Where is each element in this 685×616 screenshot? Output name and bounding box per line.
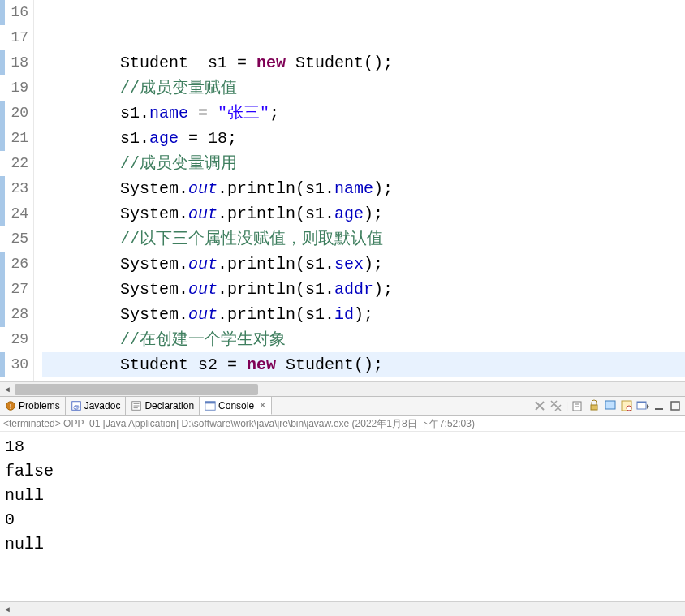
scrollbar-thumb[interactable] xyxy=(15,384,258,395)
line-number: 26 xyxy=(0,252,33,277)
svg-marker-25 xyxy=(647,404,649,409)
code-line[interactable]: System.out.println(s1.addr); xyxy=(42,277,685,302)
console-icon xyxy=(205,400,216,411)
line-number: 21 xyxy=(0,126,33,151)
code-line[interactable]: Student s2 = new Student(); xyxy=(42,352,685,377)
code-line[interactable] xyxy=(42,25,685,50)
tab-problems-label: Problems xyxy=(19,400,60,411)
tab-javadoc[interactable]: @ Javadoc xyxy=(66,397,127,415)
line-number: 16 xyxy=(0,0,33,25)
scroll-lock-icon[interactable] xyxy=(588,399,601,412)
svg-rect-9 xyxy=(205,401,215,403)
maximize-icon[interactable] xyxy=(669,399,682,412)
code-line[interactable]: Student s1 = new Student(); xyxy=(42,50,685,75)
console-status: <terminated> OPP_01 [Java Application] D… xyxy=(0,416,685,432)
svg-text:@: @ xyxy=(73,403,80,411)
svg-rect-19 xyxy=(591,405,597,410)
svg-rect-27 xyxy=(671,402,679,410)
tab-javadoc-label: Javadoc xyxy=(84,400,121,411)
display-selected-icon[interactable] xyxy=(620,399,633,412)
editor-scrollbar[interactable]: ◄ xyxy=(0,381,685,396)
code-line[interactable]: //以下三个属性没赋值，则取默认值 xyxy=(42,226,685,252)
code-line[interactable]: s1.age = 18; xyxy=(42,126,685,151)
line-number: 30 xyxy=(0,352,33,377)
code-line[interactable]: //成员变量赋值 xyxy=(42,75,685,101)
close-icon[interactable]: ✕ xyxy=(259,400,266,411)
pin-console-icon[interactable] xyxy=(604,399,617,412)
line-number: 24 xyxy=(0,201,33,226)
problems-icon: ! xyxy=(5,400,16,411)
console-scrollbar[interactable]: ◄ xyxy=(0,601,685,616)
javadoc-icon: @ xyxy=(71,400,82,411)
tab-declaration[interactable]: Declaration xyxy=(126,397,200,415)
code-line[interactable]: //在创建一个学生对象 xyxy=(42,327,685,352)
tab-declaration-label: Declaration xyxy=(144,400,194,411)
tab-problems[interactable]: ! Problems xyxy=(0,397,66,415)
views-tab-bar: ! Problems @ Javadoc Declaration Console… xyxy=(0,396,685,416)
svg-point-22 xyxy=(627,406,631,411)
code-line[interactable] xyxy=(42,0,685,25)
line-number: 17 xyxy=(0,25,33,50)
code-line[interactable]: s1.name = "张三"; xyxy=(42,101,685,126)
line-number: 27 xyxy=(0,277,33,302)
scroll-left-arrow[interactable]: ◄ xyxy=(0,602,15,616)
line-number: 29 xyxy=(0,327,33,352)
line-number: 22 xyxy=(0,151,33,176)
code-line[interactable]: System.out.println(s1.age); xyxy=(42,201,685,226)
line-number: 23 xyxy=(0,176,33,201)
remove-all-icon[interactable] xyxy=(549,399,562,412)
line-number: 28 xyxy=(0,302,33,327)
code-line[interactable]: System.out.println(s1.sex); xyxy=(42,252,685,277)
svg-rect-26 xyxy=(655,408,663,410)
scroll-left-arrow[interactable]: ◄ xyxy=(0,382,15,397)
remove-launch-icon[interactable] xyxy=(533,399,546,412)
svg-rect-24 xyxy=(637,402,646,403)
line-number: 18 xyxy=(0,50,33,75)
tab-console[interactable]: Console ✕ xyxy=(200,397,272,415)
code-line[interactable]: System.out.println(s1.id); xyxy=(42,302,685,327)
code-line[interactable]: System.out.println(s1.name); xyxy=(42,176,685,201)
tab-console-label: Console xyxy=(218,400,254,411)
clear-console-icon[interactable] xyxy=(571,399,584,412)
console-toolbar: | xyxy=(533,399,682,412)
code-line[interactable]: //成员变量调用 xyxy=(42,151,685,176)
svg-rect-20 xyxy=(605,401,615,409)
minimize-icon[interactable] xyxy=(653,399,666,412)
svg-text:!: ! xyxy=(10,403,11,411)
console-output[interactable]: 18 false null 0 null xyxy=(0,432,685,560)
line-number: 25 xyxy=(0,226,33,252)
code-editor[interactable]: 161718192021222324252627282930 Student s… xyxy=(0,0,685,381)
open-console-icon[interactable] xyxy=(636,399,649,412)
line-number-gutter: 161718192021222324252627282930 xyxy=(0,0,34,381)
line-number: 20 xyxy=(0,101,33,126)
code-content[interactable]: Student s1 = new Student(); //成员变量赋值 s1.… xyxy=(34,0,685,381)
line-number: 19 xyxy=(0,75,33,101)
declaration-icon xyxy=(131,400,142,411)
